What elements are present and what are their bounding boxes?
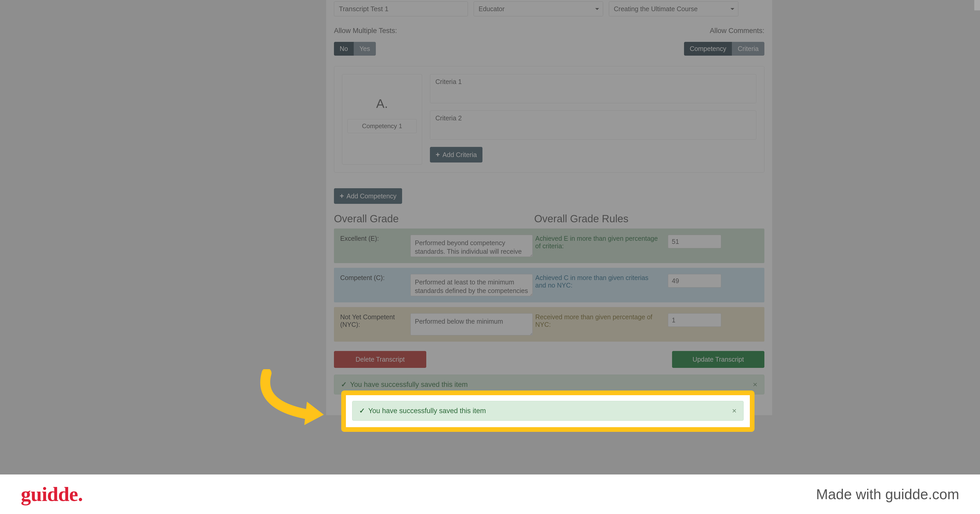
transcript-panel: Educator Creating the Ultimate Course Al… [326,0,772,415]
comments-competency-button[interactable]: Competency [684,42,732,56]
success-alert: ✓ You have successfully saved this item … [334,374,764,394]
grade-nyc-rule-text: Received more than given percentage of N… [535,313,665,328]
vertical-scrollbar[interactable] [974,0,980,10]
plus-icon: + [436,151,440,159]
check-icon: ✓ [341,380,347,389]
multiple-no-button[interactable]: No [334,42,354,56]
grade-e-rule-text: Achieved E in more than given percentage… [535,235,665,250]
grade-e-value-input[interactable] [668,235,721,248]
comments-toggle: Competency Criteria [684,42,764,56]
overall-grade-heading: Overall Grade [334,213,534,225]
multiple-tests-toggle: No Yes [334,42,376,56]
course-select[interactable]: Creating the Ultimate Course [609,1,738,16]
grade-row-competent: Competent (C): Achieved C in more than g… [334,268,764,302]
add-criteria-button[interactable]: + Add Criteria [430,147,482,162]
grade-headings-row: Overall Grade Overall Grade Rules [334,213,764,225]
grade-e-desc-input[interactable] [410,235,533,257]
close-icon: × [752,380,757,389]
alert-close-button[interactable]: × [732,406,737,415]
alert-message: You have successfully saved this item [350,381,468,389]
role-select[interactable]: Educator [474,1,603,16]
grade-c-label: Competent (C): [340,274,408,282]
footer: guidde. Made with guidde.com [0,474,980,514]
grade-c-value-input[interactable] [668,274,721,287]
criteria-item[interactable]: Criteria 2 [430,111,756,140]
criteria-item[interactable]: Criteria 1 [430,74,756,103]
transcript-name-input[interactable] [334,1,468,16]
competency-card[interactable]: A. Competency 1 [342,74,422,165]
add-competency-button[interactable]: + Add Competency [334,188,402,204]
delete-transcript-button[interactable]: Delete Transcript [334,351,426,368]
criteria-column: Criteria 1 Criteria 2 + Add Criteria [430,74,756,165]
made-with-text: Made with guidde.com [816,486,959,503]
grade-e-label: Excellent (E): [340,235,408,242]
grade-row-excellent: Excellent (E): Achieved E in more than g… [334,228,764,263]
add-criteria-label: Add Criteria [442,151,477,159]
add-competency-label: Add Competency [347,192,396,200]
overall-rules-heading: Overall Grade Rules [534,213,628,225]
grade-nyc-label: Not Yet Competent (NYC): [340,313,408,328]
grade-row-nyc: Not Yet Competent (NYC): Received more t… [334,307,764,342]
allow-multiple-label: Allow Multiple Tests: [334,27,397,35]
alert-message: You have successfully saved this item [368,407,486,415]
highlight-fill: ✓ You have successfully saved this item … [343,393,752,430]
grade-c-rule-text: Achieved C in more than given criterias … [535,274,665,289]
alert-close-button[interactable]: × [752,380,757,389]
annotation-arrow [252,369,336,429]
update-transcript-button[interactable]: Update Transcript [672,351,764,368]
competency-criteria-area: A. Competency 1 Criteria 1 Criteria 2 + … [334,66,764,173]
action-buttons-row: Delete Transcript Update Transcript [334,351,764,368]
close-icon: × [732,406,737,415]
allow-comments-label: Allow Comments: [710,27,764,35]
competency-letter: A. [342,97,422,111]
success-alert-highlighted: ✓ You have successfully saved this item … [352,401,744,420]
guidde-logo: guidde. [21,482,83,506]
comments-criteria-button[interactable]: Criteria [732,42,764,56]
top-inputs-row: Educator Creating the Ultimate Course [334,1,764,16]
competency-name: Competency 1 [347,119,417,133]
grade-c-desc-input[interactable] [410,274,533,296]
grade-nyc-desc-input[interactable] [410,313,533,335]
check-icon: ✓ [359,407,365,415]
multiple-yes-button[interactable]: Yes [354,42,376,56]
toggle-labels-row: Allow Multiple Tests: Allow Comments: [334,27,764,35]
grade-nyc-value-input[interactable] [668,313,721,327]
plus-icon: + [340,192,344,200]
